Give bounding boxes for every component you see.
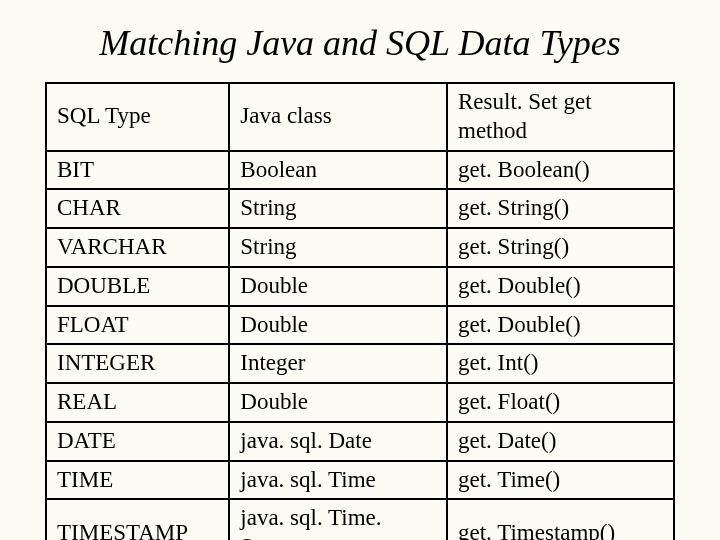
cell-sql-type: TIME	[46, 461, 229, 500]
cell-java-class: Integer	[229, 344, 447, 383]
cell-sql-type: INTEGER	[46, 344, 229, 383]
cell-sql-type: BIT	[46, 151, 229, 190]
cell-sql-type: DOUBLE	[46, 267, 229, 306]
cell-method: get. String()	[447, 189, 674, 228]
type-mapping-table: SQL Type Java class Result. Set get meth…	[45, 82, 675, 540]
cell-method: get. String()	[447, 228, 674, 267]
table-row: TIME java. sql. Time get. Time()	[46, 461, 674, 500]
table-row: FLOAT Double get. Double()	[46, 306, 674, 345]
table-row: SQL Type Java class Result. Set get meth…	[46, 83, 674, 151]
cell-method: get. Double()	[447, 306, 674, 345]
cell-java-class: Boolean	[229, 151, 447, 190]
cell-sql-type: REAL	[46, 383, 229, 422]
table-row: BIT Boolean get. Boolean()	[46, 151, 674, 190]
table-row: REAL Double get. Float()	[46, 383, 674, 422]
slide: Matching Java and SQL Data Types SQL Typ…	[0, 22, 720, 540]
cell-method: get. Boolean()	[447, 151, 674, 190]
cell-java-class: java. sql. Date	[229, 422, 447, 461]
cell-method: get. Int()	[447, 344, 674, 383]
cell-method: get. Float()	[447, 383, 674, 422]
cell-method: get. Time()	[447, 461, 674, 500]
cell-sql-type: TIMESTAMP	[46, 499, 229, 540]
cell-java-class: java. sql. Time	[229, 461, 447, 500]
cell-java-class: String	[229, 189, 447, 228]
header-sql-type: SQL Type	[46, 83, 229, 151]
table-row: INTEGER Integer get. Int()	[46, 344, 674, 383]
cell-sql-type: FLOAT	[46, 306, 229, 345]
cell-sql-type: VARCHAR	[46, 228, 229, 267]
header-resultset-method: Result. Set get method	[447, 83, 674, 151]
cell-method: get. Date()	[447, 422, 674, 461]
table-row: DOUBLE Double get. Double()	[46, 267, 674, 306]
cell-java-class: java. sql. Time. Stamp	[229, 499, 447, 540]
cell-sql-type: CHAR	[46, 189, 229, 228]
table-row: CHAR String get. String()	[46, 189, 674, 228]
table-row: VARCHAR String get. String()	[46, 228, 674, 267]
cell-method: get. Timestamp()	[447, 499, 674, 540]
table-row: TIMESTAMP java. sql. Time. Stamp get. Ti…	[46, 499, 674, 540]
cell-java-class: String	[229, 228, 447, 267]
cell-java-class: Double	[229, 383, 447, 422]
cell-java-class: Double	[229, 306, 447, 345]
cell-java-class: Double	[229, 267, 447, 306]
header-java-class: Java class	[229, 83, 447, 151]
cell-sql-type: DATE	[46, 422, 229, 461]
slide-title: Matching Java and SQL Data Types	[0, 22, 720, 64]
cell-method: get. Double()	[447, 267, 674, 306]
table-row: DATE java. sql. Date get. Date()	[46, 422, 674, 461]
